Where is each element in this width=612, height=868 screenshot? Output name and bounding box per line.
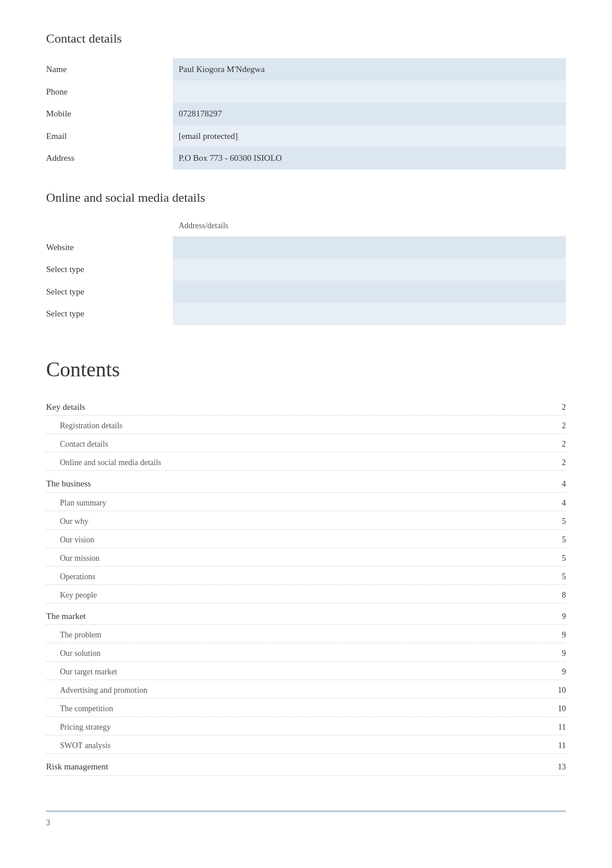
toc-main-entry: The market9 — [46, 608, 566, 625]
toc-sub-entry: Registration details2 — [46, 418, 566, 434]
toc-main-label: Risk management — [46, 760, 108, 773]
toc-main-entry: Key details2 — [46, 399, 566, 416]
contact-value — [173, 81, 566, 103]
toc-sub-entry: Operations5 — [46, 569, 566, 585]
toc-sub-entry: Our solution9 — [46, 646, 566, 662]
online-details-section: Online and social media details Address/… — [46, 188, 566, 325]
toc-sub-page: 5 — [549, 571, 566, 583]
contact-label: Name — [46, 58, 173, 81]
toc-sub-page: 8 — [549, 589, 566, 601]
toc-group: Key details2Registration details2Contact… — [46, 399, 566, 471]
contact-label: Email — [46, 125, 173, 148]
online-label: Select type — [46, 303, 173, 325]
toc-sub-label: The problem — [46, 629, 101, 641]
contents-section: Contents Key details2Registration detail… — [46, 354, 566, 776]
online-row: Website — [46, 236, 566, 259]
online-details-heading: Online and social media details — [46, 188, 566, 207]
toc-main-label: The business — [46, 477, 91, 490]
toc-sub-page: 2 — [549, 456, 566, 469]
toc-sub-entry: Our vision5 — [46, 532, 566, 548]
toc-sub-page: 5 — [549, 552, 566, 564]
page-container: Contact details NamePaul Kiogora M'Ndegw… — [0, 0, 612, 863]
online-label: Website — [46, 236, 173, 259]
toc-main-label: The market — [46, 610, 86, 623]
toc-sub-entry: Our target market9 — [46, 664, 566, 680]
contact-row: AddressP.O Box 773 - 60300 ISIOLO — [46, 147, 566, 169]
online-label: Select type — [46, 258, 173, 281]
online-label-col-header — [46, 217, 173, 236]
contact-value: [email protected] — [173, 125, 566, 148]
contact-value: Paul Kiogora M'Ndegwa — [173, 58, 566, 81]
online-row: Select type — [46, 303, 566, 325]
toc-sub-entry: Pricing strategy11 — [46, 719, 566, 735]
toc-sub-page: 10 — [549, 703, 566, 715]
toc-main-entry: The business4 — [46, 475, 566, 493]
online-value — [173, 303, 566, 325]
contents-heading: Contents — [46, 354, 566, 385]
toc-sub-label: Our target market — [46, 666, 117, 678]
contact-label: Address — [46, 147, 173, 169]
toc-sub-entry: Key people8 — [46, 587, 566, 603]
toc-sub-page: 5 — [549, 515, 566, 527]
toc-sub-entry: Contact details2 — [46, 436, 566, 452]
toc-sub-entry: Our mission5 — [46, 550, 566, 567]
online-value — [173, 281, 566, 303]
toc-group: The market9The problem9Our solution9Our … — [46, 608, 566, 754]
toc-sub-page: 2 — [549, 420, 566, 432]
contact-row: Email[email protected] — [46, 125, 566, 148]
page-footer: 3 — [46, 810, 566, 829]
toc-sub-label: The competition — [46, 703, 113, 715]
toc-sub-page: 9 — [549, 647, 566, 659]
toc-sub-label: Our vision — [46, 534, 95, 546]
contact-details-table: NamePaul Kiogora M'NdegwaPhoneMobile0728… — [46, 58, 566, 169]
toc-sub-label: Operations — [46, 571, 95, 583]
online-details-table: Address/details WebsiteSelect typeSelect… — [46, 217, 566, 325]
toc-group: Risk management13 — [46, 758, 566, 776]
toc-main-label: Key details — [46, 401, 85, 414]
online-row: Select type — [46, 281, 566, 303]
toc-sub-label: Online and social media details — [46, 456, 161, 469]
online-label: Select type — [46, 281, 173, 303]
toc-sub-page: 2 — [549, 438, 566, 450]
toc-sub-entry: Advertising and promotion10 — [46, 682, 566, 699]
toc-group: The business4Plan summary4Our why5Our vi… — [46, 475, 566, 603]
toc-sub-page: 10 — [549, 684, 566, 696]
toc-main-page: 13 — [549, 761, 566, 773]
contact-details-heading: Contact details — [46, 29, 566, 48]
contact-value: 0728178297 — [173, 103, 566, 125]
toc-sub-page: 9 — [549, 629, 566, 641]
toc-sub-label: Contact details — [46, 438, 108, 450]
toc-main-page: 4 — [549, 478, 566, 490]
contact-value: P.O Box 773 - 60300 ISIOLO — [173, 147, 566, 169]
toc-sub-page: 4 — [549, 497, 566, 509]
online-value — [173, 236, 566, 259]
online-address-col-header: Address/details — [173, 217, 566, 236]
toc-sub-label: Our why — [46, 515, 88, 527]
toc-sub-label: Advertising and promotion — [46, 684, 148, 696]
toc-sub-label: Key people — [46, 589, 97, 601]
contact-row: Mobile0728178297 — [46, 103, 566, 125]
online-value — [173, 258, 566, 281]
page-number: 3 — [46, 818, 50, 827]
toc-sub-page: 5 — [549, 534, 566, 546]
toc-sub-label: Registration details — [46, 420, 122, 432]
toc-sub-entry: The problem9 — [46, 627, 566, 643]
toc-main-page: 9 — [549, 610, 566, 622]
online-table-header-row: Address/details — [46, 217, 566, 236]
toc-main-page: 2 — [549, 401, 566, 413]
toc-sub-entry: SWOT analysis11 — [46, 738, 566, 754]
toc-sub-entry: The competition10 — [46, 701, 566, 717]
contact-row: NamePaul Kiogora M'Ndegwa — [46, 58, 566, 81]
toc-sub-label: Pricing strategy — [46, 721, 111, 733]
toc-sub-entry: Our why5 — [46, 514, 566, 530]
toc-container: Key details2Registration details2Contact… — [46, 399, 566, 776]
contact-label: Mobile — [46, 103, 173, 125]
online-row: Select type — [46, 258, 566, 281]
toc-sub-entry: Plan summary4 — [46, 495, 566, 511]
toc-sub-label: Our mission — [46, 552, 100, 564]
contact-label: Phone — [46, 81, 173, 103]
toc-sub-label: Plan summary — [46, 497, 107, 509]
contact-row: Phone — [46, 81, 566, 103]
toc-sub-page: 9 — [549, 666, 566, 678]
toc-sub-label: SWOT analysis — [46, 739, 111, 752]
